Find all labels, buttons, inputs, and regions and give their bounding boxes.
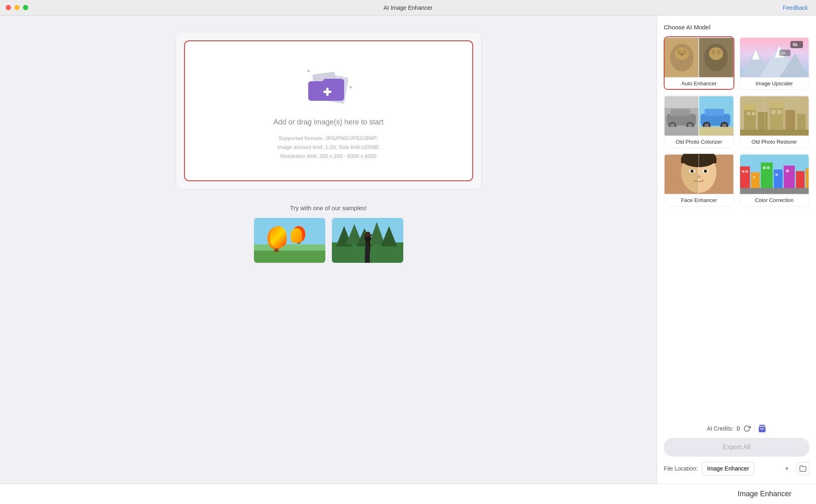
svg-rect-5 [254, 249, 325, 263]
svg-rect-67 [744, 108, 756, 132]
samples-title: Try with one of our samples! [176, 204, 482, 211]
model-card-auto-enhancer[interactable]: Auto Enhancer [664, 36, 734, 90]
svg-rect-73 [797, 114, 805, 131]
svg-rect-3 [323, 91, 331, 93]
svg-text:2k: 2k [781, 51, 785, 55]
choose-model-label: Choose AI Model [664, 24, 809, 31]
svg-point-31 [680, 53, 684, 56]
divider [754, 424, 754, 433]
credits-row: AI Credits: 0 [664, 424, 809, 433]
model-thumb-image-upscaler: 8k 2k [740, 37, 809, 78]
bottom-bar: Image Enhancer [0, 484, 816, 504]
sample-balloon-image[interactable] [254, 218, 325, 263]
model-thumb-color-correction [740, 154, 809, 195]
svg-point-13 [296, 229, 302, 237]
svg-rect-105 [753, 176, 755, 178]
model-thumb-auto-enhancer [665, 37, 734, 78]
svg-rect-69 [758, 112, 767, 131]
model-label-old-photo-colorizer: Old Photo Colorizer [665, 136, 734, 147]
upload-info: Supported formats: JPG/PNG/JPEG/BMP; Ima… [277, 127, 380, 164]
svg-point-12 [292, 226, 305, 242]
model-label-auto-enhancer: Auto Enhancer [665, 78, 734, 89]
credits-value: 0 [737, 425, 740, 432]
svg-rect-68 [743, 104, 756, 110]
main-layout: ✦ ✦ Add or drag image(s) here to start S… [0, 16, 816, 484]
svg-rect-9 [274, 249, 278, 252]
close-button[interactable] [6, 5, 11, 10]
model-label-image-upscaler: Image Upscaler [740, 78, 809, 89]
minimize-button[interactable] [14, 5, 20, 10]
cart-icon[interactable] [758, 424, 767, 433]
svg-point-35 [711, 49, 716, 55]
refresh-icon[interactable] [743, 425, 751, 432]
samples-section: Try with one of our samples! [176, 204, 482, 263]
credits-label: AI Credits: [707, 425, 733, 432]
svg-rect-70 [769, 106, 783, 132]
upload-container: ✦ ✦ Add or drag image(s) here to start S… [176, 32, 482, 190]
bottom-label: Image Enhancer [738, 490, 792, 498]
titlebar: AI Image Enhancer Feedback [0, 0, 816, 16]
sparkle-icon: ✦ [348, 84, 353, 91]
model-label-old-photo-restorer: Old Photo Restorer [740, 136, 809, 147]
open-folder-button[interactable] [796, 462, 809, 475]
model-card-color-correction[interactable]: Color Correction [739, 153, 810, 206]
svg-rect-75 [752, 112, 755, 115]
model-card-old-photo-colorizer[interactable]: Old Photo Colorizer [664, 95, 734, 148]
svg-rect-109 [786, 169, 789, 172]
svg-rect-76 [772, 110, 776, 114]
feedback-link[interactable]: Feedback [783, 4, 808, 11]
svg-rect-56 [665, 96, 699, 108]
file-location-label: File Location: [664, 465, 698, 472]
svg-rect-25 [366, 232, 370, 236]
svg-rect-77 [777, 110, 781, 114]
file-location-select[interactable]: Image Enhancer [702, 462, 754, 475]
file-location-row: File Location: Image Enhancer [664, 462, 809, 475]
svg-point-34 [709, 47, 723, 60]
folder-open-icon [799, 465, 807, 472]
model-thumb-old-photo-colorizer [665, 95, 734, 136]
svg-rect-80 [740, 130, 809, 135]
svg-rect-64 [699, 127, 734, 135]
svg-rect-14 [297, 241, 300, 244]
svg-rect-54 [670, 109, 690, 116]
file-location-select-wrapper: Image Enhancer [702, 462, 792, 475]
model-card-old-photo-restorer[interactable]: Old Photo Restorer [739, 95, 810, 148]
sample-forest-image[interactable] [332, 218, 403, 263]
model-label-color-correction: Color Correction [740, 195, 809, 206]
sidebar: Choose AI Model [657, 16, 816, 484]
content-area: ✦ ✦ Add or drag image(s) here to start S… [0, 16, 657, 484]
model-card-image-upscaler[interactable]: 8k 2k Image Upscaler [739, 36, 810, 90]
svg-point-8 [272, 231, 280, 242]
svg-point-36 [717, 49, 721, 55]
model-thumb-old-photo-restorer [740, 95, 809, 136]
samples-row [176, 218, 482, 263]
svg-rect-103 [742, 170, 744, 173]
model-label-face-enhancer: Face Enhancer [665, 195, 734, 206]
upload-zone-text: Add or drag image(s) here to start [273, 118, 383, 127]
upload-zone[interactable]: ✦ ✦ Add or drag image(s) here to start S… [184, 40, 473, 181]
svg-rect-107 [767, 167, 769, 169]
svg-rect-104 [745, 170, 748, 173]
export-all-button[interactable]: Export All [664, 438, 809, 457]
upload-folder-icon: ✦ ✦ [304, 66, 353, 107]
svg-rect-108 [775, 173, 778, 176]
model-grid: Auto Enhancer [664, 36, 809, 206]
svg-rect-106 [763, 167, 765, 169]
svg-rect-23 [365, 242, 370, 252]
svg-text:8k: 8k [793, 42, 798, 47]
model-thumb-face-enhancer [665, 154, 734, 195]
svg-rect-63 [705, 109, 724, 116]
model-card-face-enhancer[interactable]: Face Enhancer [664, 153, 734, 206]
svg-rect-110 [740, 188, 809, 194]
svg-rect-74 [747, 112, 750, 115]
svg-point-92 [704, 169, 707, 173]
svg-rect-71 [769, 102, 783, 108]
sparkle-icon: ✦ [306, 68, 311, 74]
sidebar-bottom: AI Credits: 0 Export All File Location: [664, 424, 809, 475]
svg-point-7 [267, 227, 285, 250]
window-controls [6, 5, 28, 10]
maximize-button[interactable] [23, 5, 28, 10]
svg-rect-6 [254, 244, 325, 251]
app-title: AI Image Enhancer [384, 4, 433, 11]
svg-point-90 [691, 169, 694, 173]
